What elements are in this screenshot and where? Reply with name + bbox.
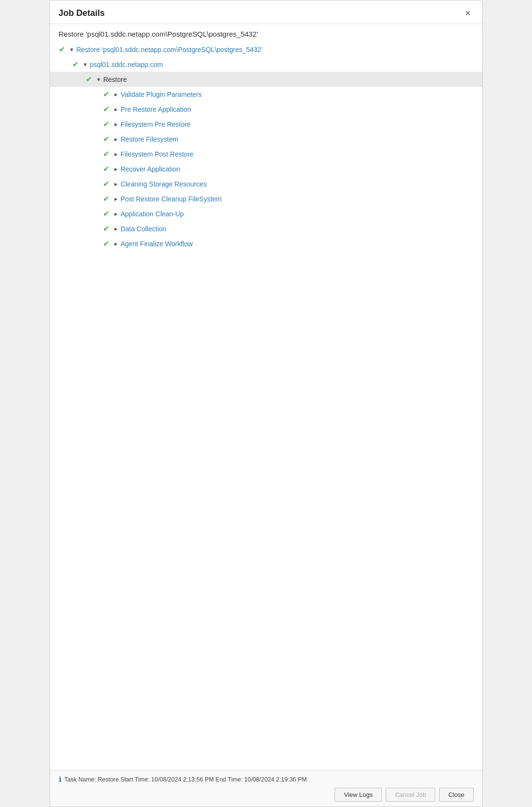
check-icon-validate: ✔ <box>103 90 114 99</box>
tree-item-restore-fs: ✔ ► Restore Filesystem <box>50 132 482 146</box>
tree-item-pre-restore: ✔ ► Pre Restore Application <box>50 102 482 117</box>
tree-item-fs-pre-restore: ✔ ► Filesystem Pre Restore <box>50 117 482 132</box>
label-validate[interactable]: Validate Plugin Parameters <box>120 91 202 98</box>
check-icon-l1: ✔ <box>72 60 83 69</box>
expand-root-icon[interactable]: ▼ <box>69 47 75 53</box>
dialog-content: ✔ ▼ Restore 'psql01.sddc.netapp.com\Post… <box>50 42 482 770</box>
tree-item-clean-storage: ✔ ► Cleaning Storage Resources <box>50 176 482 191</box>
label-recover-app[interactable]: Recover Application <box>120 165 180 173</box>
expand-post-restore-cleanup-icon[interactable]: ► <box>114 196 119 202</box>
root-label[interactable]: Restore 'psql01.sddc.netapp.com\PostgreS… <box>76 46 262 53</box>
status-text: Task Name: Restore Start Time: 10/08/202… <box>65 776 307 783</box>
tree-item-fs-post-restore: ✔ ► Filesystem Post Restore <box>50 146 482 161</box>
info-icon: ℹ <box>59 775 62 784</box>
expand-validate-icon[interactable]: ► <box>114 92 119 97</box>
check-icon-clean-storage: ✔ <box>103 179 114 188</box>
tree-item-post-restore-cleanup: ✔ ► Post Restore Cleanup FileSystem <box>50 191 482 206</box>
close-button[interactable]: Close <box>439 788 473 802</box>
expand-fs-pre-restore-icon[interactable]: ► <box>114 121 119 127</box>
label-fs-post-restore[interactable]: Filesystem Post Restore <box>120 150 194 158</box>
expand-agent-finalize-icon[interactable]: ► <box>114 241 119 247</box>
tree-level2-item: ✔ ▼ Restore <box>50 72 482 87</box>
expand-restore-fs-icon[interactable]: ► <box>114 136 119 142</box>
check-icon-data-collection: ✔ <box>103 224 114 233</box>
tree-level1-item: ✔ ▼ psql01.sddc.netapp.com <box>50 57 482 72</box>
tree-item-app-cleanup: ✔ ► Application Clean-Up <box>50 206 482 221</box>
dialog-subtitle: Restore 'psql01.sddc.netapp.com\PostgreS… <box>50 24 482 42</box>
footer-status: ℹ Task Name: Restore Start Time: 10/08/2… <box>59 775 474 788</box>
check-icon-fs-pre-restore: ✔ <box>103 119 114 129</box>
tree-item-validate: ✔ ► Validate Plugin Parameters <box>50 87 482 102</box>
check-icon-app-cleanup: ✔ <box>103 209 114 218</box>
label-app-cleanup[interactable]: Application Clean-Up <box>120 210 184 218</box>
expand-l1-icon[interactable]: ▼ <box>83 62 88 67</box>
label-fs-pre-restore[interactable]: Filesystem Pre Restore <box>120 120 190 128</box>
check-icon-agent-finalize: ✔ <box>103 239 114 248</box>
check-icon-pre-restore: ✔ <box>103 105 114 114</box>
check-icon-l2: ✔ <box>86 75 96 84</box>
expand-pre-restore-icon[interactable]: ► <box>114 106 119 112</box>
expand-data-collection-icon[interactable]: ► <box>114 226 119 232</box>
job-details-dialog: Job Details × Restore 'psql01.sddc.netap… <box>50 0 483 807</box>
view-logs-button[interactable]: View Logs <box>335 788 382 802</box>
level2-label: Restore <box>103 76 127 83</box>
label-restore-fs[interactable]: Restore Filesystem <box>120 135 178 143</box>
footer-buttons: View Logs Cancel Job Close <box>59 788 474 802</box>
dialog-header: Job Details × <box>50 0 482 24</box>
check-icon-restore-fs: ✔ <box>103 134 114 144</box>
label-post-restore-cleanup[interactable]: Post Restore Cleanup FileSystem <box>120 195 221 203</box>
tree-root-item: ✔ ▼ Restore 'psql01.sddc.netapp.com\Post… <box>50 42 482 57</box>
check-icon-fs-post-restore: ✔ <box>103 149 114 159</box>
expand-app-cleanup-icon[interactable]: ► <box>114 211 119 217</box>
tree-item-data-collection: ✔ ► Data Collection <box>50 221 482 236</box>
check-icon-root: ✔ <box>59 45 69 54</box>
dialog-title: Job Details <box>59 8 105 18</box>
expand-l2-icon[interactable]: ▼ <box>96 77 102 82</box>
tree-item-agent-finalize: ✔ ► Agent Finalize Workflow <box>50 236 482 251</box>
check-icon-recover-app: ✔ <box>103 164 114 173</box>
close-x-button[interactable]: × <box>462 7 474 19</box>
label-data-collection[interactable]: Data Collection <box>120 225 166 233</box>
expand-clean-storage-icon[interactable]: ► <box>114 181 119 187</box>
cancel-job-button[interactable]: Cancel Job <box>386 788 435 802</box>
label-agent-finalize[interactable]: Agent Finalize Workflow <box>120 240 193 248</box>
level1-label[interactable]: psql01.sddc.netapp.com <box>90 61 163 68</box>
dialog-footer: ℹ Task Name: Restore Start Time: 10/08/2… <box>50 770 482 807</box>
expand-recover-app-icon[interactable]: ► <box>114 166 119 172</box>
expand-fs-post-restore-icon[interactable]: ► <box>114 151 119 157</box>
tree-item-recover-app: ✔ ► Recover Application <box>50 161 482 176</box>
label-clean-storage[interactable]: Cleaning Storage Resources <box>120 180 207 188</box>
label-pre-restore[interactable]: Pre Restore Application <box>120 106 191 113</box>
check-icon-post-restore-cleanup: ✔ <box>103 194 114 203</box>
